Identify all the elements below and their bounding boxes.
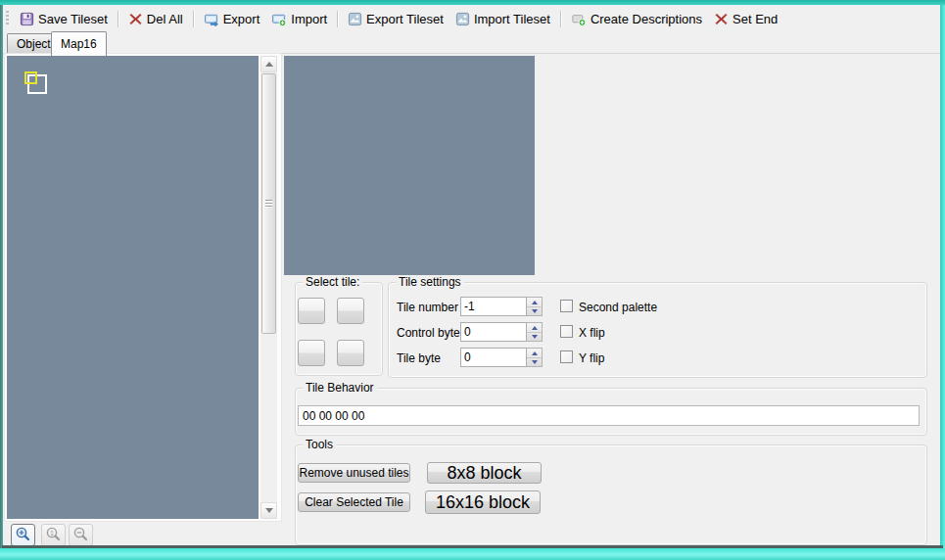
import-button[interactable]: Import bbox=[265, 8, 333, 30]
toolbar-separator bbox=[193, 11, 194, 27]
tile-byte-input[interactable] bbox=[460, 348, 527, 367]
tile-number-label: Tile number bbox=[397, 301, 458, 314]
save-tileset-button[interactable]: Save Tileset bbox=[14, 8, 114, 30]
zoom-actual-button[interactable]: 1 bbox=[41, 524, 66, 546]
export-button[interactable]: Export bbox=[198, 8, 266, 30]
clear-selected-tile-button[interactable]: Clear Selected Tile bbox=[298, 492, 410, 512]
tile-preview-panel[interactable] bbox=[284, 56, 535, 275]
export-tileset-label: Export Tileset bbox=[366, 12, 444, 26]
16x16-block-label: 16x16 block bbox=[436, 492, 530, 513]
control-byte-input[interactable] bbox=[460, 322, 527, 342]
8x8-block-button[interactable]: 8x8 block bbox=[427, 462, 542, 484]
svg-text:1: 1 bbox=[50, 529, 54, 536]
16x16-block-button[interactable]: 16x16 block bbox=[425, 490, 541, 514]
tab-map16[interactable]: Map16 bbox=[51, 31, 107, 56]
export-icon bbox=[204, 12, 219, 26]
delete-icon bbox=[128, 12, 143, 26]
import-icon bbox=[271, 12, 287, 26]
window-frame-right bbox=[940, 5, 945, 560]
toolbar: Save Tileset Del All Export Import bbox=[3, 6, 940, 31]
window-frame-left bbox=[0, 5, 3, 560]
export-tileset-button[interactable]: Export Tileset bbox=[342, 8, 449, 30]
create-descriptions-label: Create Descriptions bbox=[591, 12, 702, 26]
del-all-button[interactable]: Del All bbox=[122, 8, 189, 30]
tab-map16-label: Map16 bbox=[61, 37, 97, 51]
second-palette-label: Second palette bbox=[579, 301, 657, 314]
tile-number-input[interactable] bbox=[460, 297, 527, 316]
zoom-out-icon bbox=[72, 526, 89, 545]
tile-byte-label: Tile byte bbox=[397, 351, 441, 365]
zoom-in-icon bbox=[15, 526, 31, 545]
zoom-out-button[interactable] bbox=[69, 524, 93, 546]
import-tileset-button[interactable]: Import Tileset bbox=[449, 8, 556, 30]
select-tile-group-label: Select tile: bbox=[303, 276, 362, 289]
select-tile-button-top-right[interactable] bbox=[337, 298, 364, 324]
import-tileset-label: Import Tileset bbox=[474, 12, 550, 26]
subtile-selection-marker bbox=[24, 71, 37, 84]
second-palette-checkbox[interactable] bbox=[560, 300, 573, 312]
scrollbar-grip-icon bbox=[265, 200, 272, 208]
toolbar-grip[interactable] bbox=[6, 11, 9, 26]
y-flip-checkbox[interactable] bbox=[560, 350, 573, 363]
remove-unused-tiles-button[interactable]: Remove unused tiles bbox=[298, 463, 410, 483]
remove-unused-tiles-label: Remove unused tiles bbox=[299, 466, 408, 480]
map16-view-host bbox=[5, 54, 281, 521]
export-label: Export bbox=[223, 12, 260, 26]
tile-behavior-input[interactable] bbox=[298, 405, 920, 426]
y-flip-label: Y flip bbox=[579, 351, 604, 365]
map16-editor-window: Save Tileset Del All Export Import bbox=[0, 0, 945, 560]
select-tile-button-bottom-right[interactable] bbox=[337, 340, 364, 366]
spin-down-icon[interactable] bbox=[527, 357, 542, 366]
control-byte-spinner[interactable] bbox=[527, 322, 543, 342]
save-tileset-label: Save Tileset bbox=[38, 12, 108, 26]
tile-byte-spinner[interactable] bbox=[527, 348, 543, 367]
create-descriptions-button[interactable]: Create Descriptions bbox=[565, 8, 708, 30]
toolbar-separator bbox=[118, 11, 118, 27]
window-frame-top bbox=[0, 0, 945, 5]
zoom-in-button[interactable] bbox=[11, 524, 35, 546]
clear-selected-tile-label: Clear Selected Tile bbox=[305, 495, 403, 509]
toolbar-separator bbox=[337, 11, 338, 27]
tile-number-spinner[interactable] bbox=[527, 297, 543, 316]
scrollbar-thumb[interactable] bbox=[261, 73, 276, 334]
select-tile-button-top-left[interactable] bbox=[298, 298, 325, 324]
map16-scrollbar[interactable] bbox=[260, 56, 277, 519]
8x8-block-label: 8x8 block bbox=[447, 463, 521, 484]
tab-strip: Objects Map16 bbox=[3, 31, 940, 54]
set-end-button[interactable]: Set End bbox=[708, 8, 783, 30]
spin-down-icon[interactable] bbox=[527, 306, 542, 315]
tile-settings-group-label: Tile settings bbox=[396, 276, 464, 289]
del-all-label: Del All bbox=[147, 12, 183, 26]
tools-group-label: Tools bbox=[303, 439, 336, 451]
create-descriptions-icon bbox=[571, 12, 587, 26]
x-flip-checkbox[interactable] bbox=[560, 325, 573, 338]
import-image-icon bbox=[455, 12, 470, 26]
scroll-down-button[interactable] bbox=[260, 502, 277, 519]
export-image-icon bbox=[348, 12, 362, 26]
scroll-up-icon bbox=[265, 62, 273, 67]
control-byte-label: Control byte bbox=[397, 326, 460, 340]
set-end-label: Set End bbox=[732, 12, 778, 26]
scroll-down-icon bbox=[265, 508, 273, 513]
map16-tile-grid[interactable] bbox=[7, 56, 259, 519]
select-tile-button-bottom-left[interactable] bbox=[298, 340, 325, 366]
save-icon bbox=[20, 12, 34, 26]
import-label: Import bbox=[291, 12, 327, 26]
window-frame-bottom bbox=[0, 548, 945, 560]
x-flip-label: X flip bbox=[579, 326, 605, 340]
zoom-actual-icon: 1 bbox=[45, 526, 62, 545]
scroll-up-button[interactable] bbox=[260, 56, 277, 72]
tile-behavior-group-label: Tile Behavior bbox=[303, 382, 377, 395]
set-end-icon bbox=[714, 12, 729, 26]
toolbar-separator bbox=[560, 11, 561, 27]
spin-down-icon[interactable] bbox=[527, 332, 542, 341]
